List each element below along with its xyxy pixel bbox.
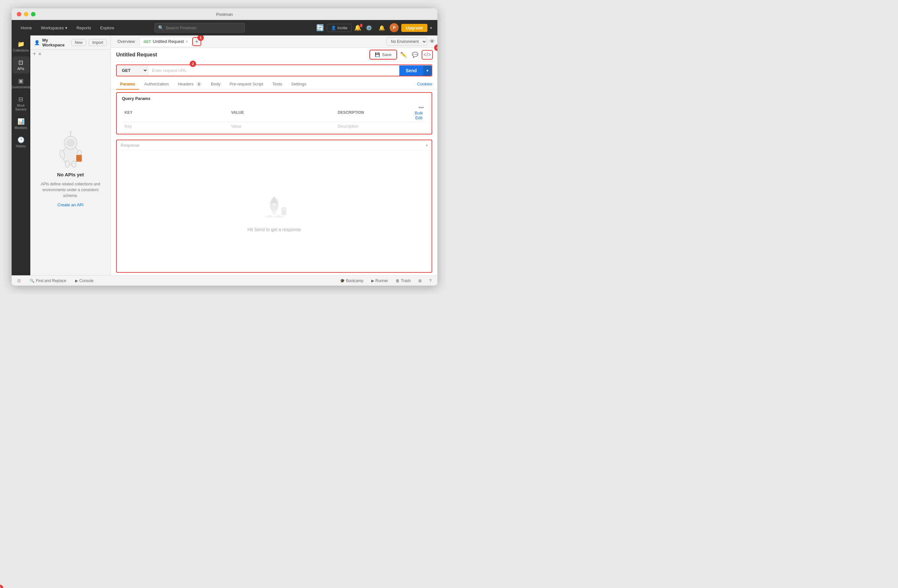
bootcamp-icon: 🎓: [340, 278, 345, 283]
minimize-button[interactable]: [24, 12, 28, 17]
save-button[interactable]: 💾 Save 3: [370, 50, 397, 59]
runner-button[interactable]: ▶ Runner: [369, 278, 390, 284]
method-select[interactable]: GET POST PUT DELETE PATCH: [117, 65, 148, 76]
sidebar-item-label-apis: APIs: [17, 67, 24, 71]
console-button[interactable]: ▶ Console: [73, 278, 95, 284]
edit-icon-btn[interactable]: ✏️: [399, 50, 408, 59]
collections-icon: 📁: [17, 41, 25, 48]
tab-headers[interactable]: Headers 6: [174, 79, 206, 90]
tabs-bar: Overview GET Untitled Request × + 1 No E…: [111, 35, 437, 48]
value-cell[interactable]: Value: [228, 122, 335, 131]
notification-icon[interactable]: 🔔!: [354, 24, 361, 31]
search-bar[interactable]: 🔍: [154, 23, 245, 32]
traffic-lights[interactable]: [17, 12, 35, 17]
comment-icon-btn[interactable]: 💬 4: [411, 50, 420, 59]
sidebar-item-environments[interactable]: ▣ Environments: [12, 75, 29, 92]
request-title: Untitled Request: [116, 52, 157, 58]
table-row: Key Value Description: [122, 122, 426, 131]
svg-point-17: [273, 211, 276, 215]
cookies-link[interactable]: Cookies: [417, 81, 432, 86]
find-replace-button[interactable]: 🔍 Find and Replace: [28, 278, 68, 284]
home-nav[interactable]: Home: [17, 23, 36, 32]
bootcamp-button[interactable]: 🎓 Bootcamp: [338, 278, 366, 284]
bulk-edit-button[interactable]: Bulk Edit: [414, 111, 424, 120]
avatar[interactable]: P: [390, 23, 399, 32]
response-content: Hit Send to get a response: [117, 150, 432, 272]
trash-button[interactable]: 🗑 Trash: [394, 278, 412, 284]
add-collection-icon[interactable]: +: [33, 51, 36, 57]
search-input[interactable]: [166, 26, 241, 30]
tab-method-badge: GET: [143, 40, 151, 43]
tab-prerequest[interactable]: Pre-request Script: [226, 79, 267, 90]
desc-cell[interactable]: Description: [335, 122, 411, 131]
send-button-wrap: Send ▾: [399, 66, 432, 76]
active-request-tab[interactable]: GET Untitled Request ×: [139, 37, 192, 46]
layout-icon: ⊞: [418, 278, 421, 283]
send-button[interactable]: Send: [399, 66, 423, 76]
toggle-sidebar-button[interactable]: ⊡: [15, 278, 23, 284]
workspaces-nav[interactable]: Workspaces ▾: [37, 23, 71, 32]
key-cell[interactable]: Key: [122, 122, 228, 131]
more-icon[interactable]: •••: [418, 105, 424, 110]
request-actions: 💾 Save 3 ✏️ 💬 4 </>: [370, 50, 432, 59]
sidebar-item-monitors[interactable]: 📊 Monitors: [12, 115, 29, 132]
tab-name: Untitled Request: [153, 39, 184, 44]
eye-button[interactable]: 👁: [430, 39, 435, 45]
astronaut-svg: [54, 126, 87, 168]
code-icon-btn[interactable]: </>: [422, 51, 432, 59]
response-header: Response ▾: [117, 140, 432, 150]
tab-authorization[interactable]: Authorization: [140, 79, 172, 90]
response-dropdown-icon[interactable]: ▾: [426, 143, 428, 147]
response-title: Response: [121, 143, 140, 147]
sidebar-item-label-history: History: [16, 144, 26, 148]
send-dropdown-button[interactable]: ▾: [423, 66, 432, 76]
create-api-link[interactable]: Create an API: [57, 203, 83, 207]
bottom-bar: ⊡ 🔍 Find and Replace ▶ Console 🎓 Bootcam…: [12, 275, 437, 286]
import-button[interactable]: Import: [89, 39, 107, 46]
fullscreen-button[interactable]: [31, 12, 35, 17]
params-section: Query Params KEY VALUE DESCRIPTION ••• B…: [116, 92, 432, 134]
upgrade-button[interactable]: Upgrade: [401, 24, 427, 32]
upgrade-dropdown-icon[interactable]: ▾: [430, 26, 432, 30]
reports-nav[interactable]: Reports: [72, 23, 95, 32]
sort-icon[interactable]: ≡: [38, 51, 41, 57]
invite-icon: 👤: [331, 26, 336, 30]
sidebar-item-collections[interactable]: 📁 Collections: [12, 38, 29, 55]
request-header: Untitled Request 💾 Save 3 ✏️ 💬 4 </>: [111, 48, 437, 62]
environment-select[interactable]: No Environment: [387, 37, 427, 46]
new-button[interactable]: New: [71, 39, 86, 46]
close-button[interactable]: [17, 12, 21, 17]
overview-tab[interactable]: Overview: [114, 37, 139, 46]
svg-rect-21: [264, 216, 284, 218]
left-panel-header: 👤 My Workspace New Import: [30, 35, 111, 50]
tab-settings[interactable]: Settings: [288, 79, 310, 90]
help-button[interactable]: ?: [427, 278, 434, 284]
sidebar-item-label-environments: Environments: [12, 85, 31, 89]
explore-nav[interactable]: Explore: [97, 23, 118, 32]
svg-point-9: [65, 161, 70, 167]
sidebar-item-mock-servers[interactable]: ⊟ Mock Servers: [12, 93, 29, 114]
settings-icon[interactable]: ⚙️: [364, 23, 374, 32]
row-actions: [411, 122, 426, 131]
tab-params[interactable]: Params: [116, 79, 139, 90]
bell-icon[interactable]: 🔔: [377, 23, 387, 32]
add-tab-button[interactable]: +: [193, 38, 201, 46]
tab-tests[interactable]: Tests: [268, 79, 286, 90]
col-header-value: VALUE: [228, 103, 335, 122]
invite-button[interactable]: 👤 Invite: [327, 24, 352, 32]
sidebar-item-history[interactable]: 🕐 History: [12, 134, 29, 151]
topnav-right: 🔄 👤 Invite 🔔! ⚙️ 🔔 P Upgrade ▾: [316, 23, 432, 32]
find-icon: 🔍: [30, 278, 34, 283]
tab-body[interactable]: Body: [207, 79, 224, 90]
url-input[interactable]: [148, 66, 399, 75]
sidebar-item-apis[interactable]: ⊡ APIs: [12, 57, 29, 74]
col-header-key: KEY: [122, 103, 228, 122]
left-panel: 👤 My Workspace New Import + ≡: [30, 35, 111, 275]
tab-close-icon[interactable]: ×: [186, 39, 188, 44]
console-icon: ▶: [75, 278, 78, 283]
request-tabs: Params Authorization Headers 6 Body Pre-…: [111, 79, 437, 90]
layout-button[interactable]: ⊞: [417, 278, 423, 284]
bottom-right: 🎓 Bootcamp ▶ Runner 🗑 Trash ⊞ ?: [338, 278, 434, 284]
titlebar: Postman: [12, 8, 437, 20]
no-apis-title: No APIs yet: [57, 172, 84, 177]
